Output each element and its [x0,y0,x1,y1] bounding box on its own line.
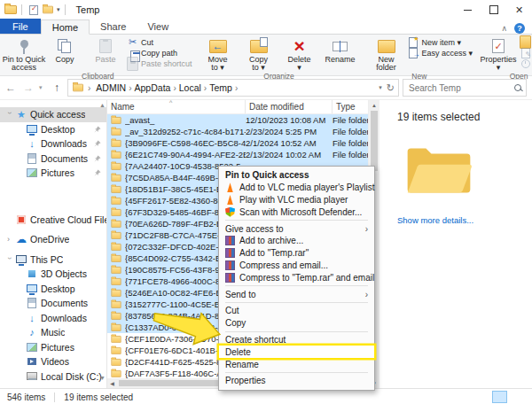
sidebar-item[interactable]: Documents [0,152,106,167]
help-icon[interactable]: ? [514,23,525,34]
recent-locations-dropdown[interactable]: ▾ [39,84,46,91]
address-box[interactable]: › ADMIN›AppData›Local›Temp› ▾ ↻ [67,79,399,97]
scroll-up-icon[interactable]: ▲ [372,100,377,110]
context-menu-item[interactable]: Create shortcut › [219,334,374,346]
breadcrumb-item[interactable]: Temp [207,82,234,93]
tab-home[interactable]: Home [41,19,90,35]
context-menu-item[interactable]: Add to "Temp.rar" › [219,247,374,260]
ribbon-button[interactable]: Paste [85,35,126,72]
location-folder-icon [73,84,83,92]
ribbon-button[interactable]: Properties▾ [478,35,519,72]
breadcrumb-item[interactable]: ADMIN [94,82,128,93]
sidebar-item[interactable]: Pictures [0,166,106,181]
show-more-details-link[interactable]: Show more details... [397,215,532,225]
ribbon-button[interactable]: Edit [520,48,532,58]
sidebar-item-label: Creative Cloud Files [30,214,106,225]
ribbon-button[interactable]: Paste shortcut [127,58,192,68]
ribbon-button[interactable]: History [520,58,532,68]
desktop2-icon [27,284,37,294]
sidebar-item[interactable]: Desktop [0,122,106,137]
address-dropdown-icon[interactable]: ▾ [379,84,382,91]
sidebar-item[interactable]: Creative Cloud Files [0,213,106,228]
qat-customize-dropdown[interactable]: ▾ [57,6,60,13]
refresh-icon[interactable]: ↻ [387,82,395,94]
context-menu-item[interactable]: Scan with Microsoft Defender... › [219,206,374,218]
context-menu-item[interactable]: Compress to "Temp.rar" and email › [219,271,374,284]
context-menu-item[interactable]: Compress and email... › [219,260,374,272]
file-row[interactable]: {3B9096FE-C598-46EC-B5C8-4193223BAE... 2… [107,137,368,149]
sidebar-item[interactable]: › This PC [0,252,106,268]
ribbon-button[interactable]: Moveto ▾ [198,35,239,72]
chevron-icon[interactable]: › [7,235,12,244]
column-header-name[interactable]: Name [107,100,246,113]
minimize-button[interactable] [455,0,481,19]
ribbon-button[interactable]: Pin to Quickaccess [4,35,44,72]
ribbon-button[interactable]: Delete▾ [279,35,320,72]
context-menu-item[interactable]: Give access to › [219,222,374,235]
details-view-button[interactable] [492,391,507,403]
tab-share[interactable]: Share [90,19,137,34]
sidebar-item-label: Desktop [41,284,75,294]
sidebar-item[interactable]: Music [0,325,106,340]
search-icon[interactable] [514,84,522,92]
sidebar-item[interactable]: › Quick access [0,107,106,122]
sidebar-item[interactable]: Downloads [0,311,106,326]
menu-item-label: Rename [225,360,259,369]
context-menu-item[interactable]: Rename › [219,358,374,370]
sidebar-item[interactable]: Pictures [0,340,106,355]
file-row[interactable]: _av_312d9252-c71c-4c84-b171-f4ad46e2... … [107,126,368,137]
context-menu-item[interactable]: Copy › [219,317,374,330]
tab-file[interactable]: File [0,19,41,34]
back-button[interactable]: ← [4,82,18,94]
file-row[interactable]: _avast_ 12/10/2023 10:08 AM File folder [107,114,368,126]
context-menu-item[interactable]: Delete › [219,346,374,358]
context-menu-item[interactable]: Add to VLC media player's Playlist › [219,182,374,194]
chevron-icon[interactable]: › [5,112,14,117]
sidebar-item-label: Music [41,327,65,338]
context-menu-item[interactable]: Send to › [219,288,374,300]
ribbon-button[interactable]: Easy access ▾ [408,48,473,58]
tab-view[interactable]: View [137,19,179,34]
vertical-scroll-thumb[interactable] [371,111,378,171]
maximize-button[interactable] [481,0,506,19]
sidebar-scroll-down-icon[interactable]: ▼ [99,375,106,381]
sidebar-scroll-up-icon[interactable]: ▲ [99,102,106,108]
scroll-left-icon[interactable]: ◀ [107,380,117,386]
sidebar-item[interactable]: › OneDrive [0,232,106,247]
context-menu-item[interactable]: Pin to Quick access › [219,169,374,182]
context-menu-item[interactable]: Add to archive... › [219,235,374,247]
column-header-date-modified[interactable]: Date modified [246,100,332,113]
sidebar-item[interactable]: 3D Objects [0,267,106,282]
ribbon-button[interactable]: Rename [320,35,361,72]
up-button[interactable]: ↑ [50,82,64,94]
context-menu-item[interactable]: Cut › [219,305,374,317]
ribbon-button[interactable]: Copy [44,35,85,72]
sidebar-item[interactable]: Documents [0,296,106,311]
collapse-ribbon-icon[interactable]: ∧ [501,24,507,33]
sidebar-item[interactable]: Desktop [0,282,106,297]
copy-icon [54,36,75,56]
ribbon-button[interactable]: Copyto ▾ [239,35,279,72]
sidebar-item[interactable]: Downloads [0,136,106,152]
close-button[interactable]: ✕ [506,0,532,19]
ribbon-button[interactable]: New item ▾ [408,37,473,47]
ribbon-button[interactable]: Newfolder [366,35,407,72]
breadcrumb-item[interactable]: AppData [133,82,173,93]
column-header-type[interactable]: Type [332,100,368,113]
context-menu-item[interactable]: Play with VLC media player › [219,194,374,206]
ribbon-button[interactable]: Cut [127,37,192,47]
sidebar-item[interactable]: Local Disk (C:) [0,369,106,385]
chevron-icon[interactable]: › [5,257,14,262]
forward-button[interactable]: → [21,82,35,94]
qat-properties-button[interactable] [27,3,41,17]
breadcrumb-item[interactable]: Local [177,82,203,93]
search-input[interactable] [407,82,514,94]
sidebar-item[interactable]: Videos [0,354,106,369]
qat-new-folder-button[interactable] [41,3,55,17]
file-row[interactable]: {6E21C749-90A4-4994-AFE2-2EC75E120A... 2… [107,149,368,160]
thumbnails-view-button[interactable] [510,391,525,403]
ribbon-button[interactable]: Open ▾ [520,37,532,47]
folder-icon [111,255,121,262]
context-menu-item[interactable]: Properties › [219,375,374,387]
breadcrumb-separator-icon: › [234,83,239,93]
